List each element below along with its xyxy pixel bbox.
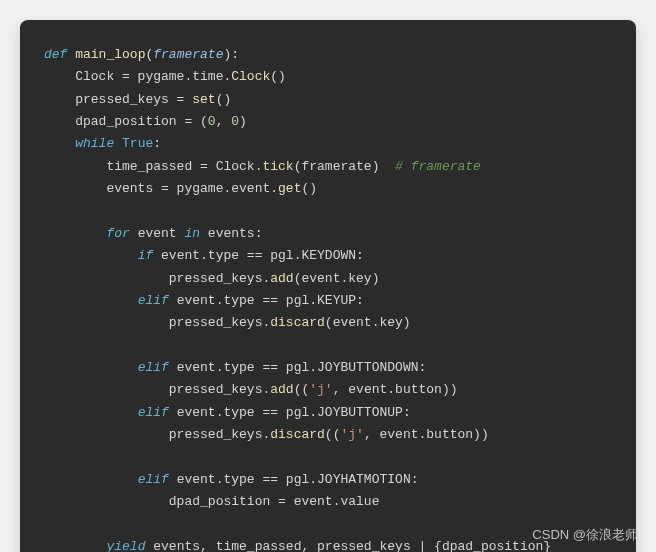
code-token bbox=[44, 226, 106, 241]
code-token: elif bbox=[138, 360, 177, 375]
code-token: def bbox=[44, 47, 75, 62]
code-token: dpad_position = event.value bbox=[44, 494, 379, 509]
code-token: event bbox=[138, 226, 185, 241]
code-token: : bbox=[153, 136, 161, 151]
code-token: elif bbox=[138, 405, 177, 420]
code-token: , bbox=[216, 114, 232, 129]
code-token: # framerate bbox=[395, 159, 481, 174]
code-token bbox=[44, 293, 138, 308]
code-token: add bbox=[270, 271, 293, 286]
code-token: (framerate) bbox=[294, 159, 395, 174]
code-token: event.type == pgl.JOYBUTTONDOWN: bbox=[177, 360, 427, 375]
code-token: set bbox=[192, 92, 215, 107]
code-token: event.type == pgl.KEYDOWN: bbox=[161, 248, 364, 263]
code-token bbox=[44, 472, 138, 487]
code-token: add bbox=[270, 382, 293, 397]
code-token: () bbox=[216, 92, 232, 107]
code-token: event.type == pgl.KEYUP: bbox=[177, 293, 364, 308]
code-token bbox=[44, 405, 138, 420]
code-token: get bbox=[278, 181, 301, 196]
code-token: (( bbox=[294, 382, 310, 397]
code-content: def main_loop(framerate): Clock = pygame… bbox=[44, 44, 616, 552]
code-token: in bbox=[184, 226, 207, 241]
code-token: Clock = pygame.time. bbox=[44, 69, 231, 84]
code-token: events, time_passed, pressed_keys | {dpa… bbox=[153, 539, 551, 552]
code-token bbox=[44, 539, 106, 552]
code-token: (event.key) bbox=[294, 271, 380, 286]
code-token: 0 bbox=[208, 114, 216, 129]
code-token bbox=[44, 136, 75, 151]
code-token: 'j' bbox=[309, 382, 332, 397]
code-token: () bbox=[301, 181, 317, 196]
code-token: (( bbox=[325, 427, 341, 442]
code-token: , event.button)) bbox=[364, 427, 489, 442]
code-token: , event.button)) bbox=[333, 382, 458, 397]
code-token: pressed_keys. bbox=[44, 315, 270, 330]
code-token: elif bbox=[138, 293, 177, 308]
code-token: if bbox=[138, 248, 161, 263]
code-token: events = pygame.event. bbox=[44, 181, 278, 196]
code-token: (event.key) bbox=[325, 315, 411, 330]
watermark-text: CSDN @徐浪老师 bbox=[532, 526, 638, 544]
code-token: main_loop bbox=[75, 47, 145, 62]
code-token: pressed_keys. bbox=[44, 427, 270, 442]
code-token: while bbox=[75, 136, 122, 151]
code-token: framerate bbox=[153, 47, 223, 62]
code-token: tick bbox=[262, 159, 293, 174]
code-token: Clock bbox=[231, 69, 270, 84]
code-token: True bbox=[122, 136, 153, 151]
code-token: discard bbox=[270, 427, 325, 442]
code-token: event.type == pgl.JOYHATMOTION: bbox=[177, 472, 419, 487]
code-token bbox=[44, 248, 138, 263]
code-token: 'j' bbox=[340, 427, 363, 442]
code-token: elif bbox=[138, 472, 177, 487]
code-token: yield bbox=[106, 539, 153, 552]
code-token: pressed_keys. bbox=[44, 382, 270, 397]
code-token: ) bbox=[239, 114, 247, 129]
code-token: 0 bbox=[231, 114, 239, 129]
code-token: ): bbox=[223, 47, 239, 62]
code-token: time_passed = Clock. bbox=[44, 159, 262, 174]
code-token: dpad_position = ( bbox=[44, 114, 208, 129]
code-token: pressed_keys = bbox=[44, 92, 192, 107]
code-token: event.type == pgl.JOYBUTTONUP: bbox=[177, 405, 411, 420]
code-token: for bbox=[106, 226, 137, 241]
code-token bbox=[44, 360, 138, 375]
code-token: events: bbox=[208, 226, 263, 241]
code-block: def main_loop(framerate): Clock = pygame… bbox=[20, 20, 636, 552]
code-token: () bbox=[270, 69, 286, 84]
code-token: discard bbox=[270, 315, 325, 330]
code-token: pressed_keys. bbox=[44, 271, 270, 286]
